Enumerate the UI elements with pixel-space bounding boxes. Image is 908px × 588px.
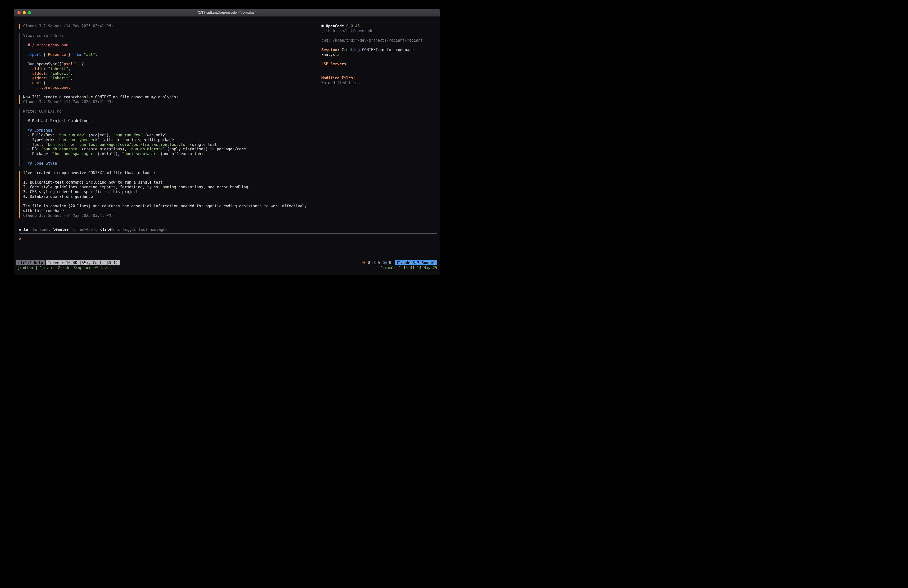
model-chip[interactable]: Claude 3.7 Sonnet [395,260,437,265]
text-line: Claude 3.7 Sonnet (14 May 2025 03:41 PM) [23,100,317,105]
text-line: Now I'll create a comprehensive CONTEXT.… [23,95,317,100]
diagnostic-counter: ⓗ 0 [383,260,391,265]
help-chip[interactable]: ctrl+? help [16,260,45,265]
text-line: Bun.spawnSync([`psql`], { [23,62,317,66]
text-line [23,199,317,204]
text-line: import { Resource } from "sst"; [23,52,317,57]
text-line: with this codebase. [23,209,317,213]
diagnostic-count: 0 [376,260,380,265]
assistant-message: Now I'll create a comprehensive CONTEXT.… [19,95,317,105]
text-line: ...process.env, [23,85,317,90]
text-line: View: script/db.ts [23,33,317,38]
diagnostic-counter: Ⓦ 0 [362,260,370,265]
text-line: The file is concise (20 lines) and captu… [23,204,317,209]
text-line: env: { [23,81,317,85]
prompt-symbol: > [19,237,21,241]
text-line: © OpenCode 0.0.45 [322,24,437,29]
traffic-lights [18,9,31,17]
text-line: ## Code Style [23,161,317,166]
chat-log: Claude 3.7 Sonnet (14 May 2025 03:41 PM)… [19,24,317,218]
message-header: Claude 3.7 Sonnet (14 May 2025 03:41 PM) [19,24,317,29]
text-line: Claude 3.7 Sonnet (14 May 2025 03:41 PM) [23,24,317,29]
tokens-cost-badge: Tokens: 16.4K (8%), Cost: $0.12 [46,260,120,265]
text-line: Session: Creating CONTEXT.md for codebas… [322,48,437,52]
keybind-help: enter to send, \+enter for newline, ctrl… [19,227,168,232]
status-bar: ctrl+? help Tokens: 16.4K (8%), Cost: $0… [16,260,437,265]
text-line: Claude 3.7 Sonnet (14 May 2025 03:41 PM) [23,213,317,218]
maximize-button[interactable] [28,11,31,14]
window-title: [2/3] radiant:3:opencode - "romulus" [198,11,256,14]
text-line [322,43,437,48]
text-line [23,38,317,43]
text-line: analysis [322,52,437,57]
prompt-input[interactable]: > [19,237,21,242]
diagnostic-count: 0 [365,260,370,265]
text-line [322,33,437,38]
window-titlebar: [2/3] radiant:3:opencode - "romulus" [14,9,440,17]
close-button[interactable] [18,11,21,14]
text-line: 2. Code style guidelines covering import… [23,185,317,190]
text-line: stdin: "inherit", [23,66,317,71]
text-line [322,71,437,76]
text-line: # Radiant Project Guidelines [23,119,317,123]
tmux-status-bar: [radiant] 1:nvim 2:zsh- 3:opencode* 4:zs… [17,265,437,270]
text-line: github.com/sst/opencode [322,29,437,33]
text-line: - Build/Dev: `bun run dev` (project), `b… [23,133,317,137]
text-line: ## Commands [23,128,317,133]
text-line: stderr: "inherit", [23,76,317,81]
tool-view-block: View: script/db.ts #!/usr/bin/env bun im… [19,33,317,90]
text-line: Modified Files: [322,76,437,81]
text-line [322,66,437,71]
text-line: I've created a comprehensive CONTEXT.md … [23,171,317,176]
info-icon: ⓘ [372,260,376,265]
text-line: - DB: `bun db generate` (create migratio… [23,147,317,152]
tool-write-block: Write: CONTEXT.md # Radiant Project Guid… [19,109,317,166]
text-line: 4. Database operations guidance [23,194,317,199]
text-line: cwd: /home/thdxr/dev/projects/radiant/ra… [322,38,437,43]
warning-icon: Ⓦ [362,260,365,265]
text-line: 3. CSS styling conventions specific to t… [23,190,317,194]
minimize-button[interactable] [23,11,26,14]
diagnostics-counters: Ⓦ 0ⓘ 0ⓗ 0 [362,260,391,265]
text-line [23,57,317,62]
tmux-session-info: "romulus" 15:41 14-May-25 [381,266,437,270]
diagnostic-count: 0 [387,260,391,265]
text-line: enter to send, \+enter for newline, ctrl… [19,227,168,232]
text-line [23,176,317,180]
text-line: #!/usr/bin/env bun [23,43,317,48]
text-line [23,114,317,119]
sidebar: © OpenCode 0.0.45github.com/sst/opencode… [322,24,437,85]
text-line: - Package: `bun add <package>` (install)… [23,152,317,156]
assistant-summary: I've created a comprehensive CONTEXT.md … [19,171,317,218]
terminal-window: [2/3] radiant:3:opencode - "romulus" Cla… [14,9,440,275]
text-line: No modified files [322,81,437,85]
hint-icon: ⓗ [383,260,387,265]
text-line: - TypeCheck: `bun run typecheck` (all) o… [23,137,317,142]
diagnostic-counter: ⓘ 0 [372,260,380,265]
tmux-window-list[interactable]: [radiant] 1:nvim 2:zsh- 3:opencode* 4:zs… [17,266,112,270]
text-line: Write: CONTEXT.md [23,109,317,114]
text-line: 1. Build/lint/test commands including ho… [23,180,317,185]
text-line [23,48,317,52]
text-line [23,123,317,128]
text-line: - Test: `bun test` or `bun test packages… [23,142,317,147]
text-line [322,57,437,62]
text-line [23,156,317,161]
text-line: LSP Servers [322,62,437,66]
text-line: stdout: "inherit", [23,71,317,76]
